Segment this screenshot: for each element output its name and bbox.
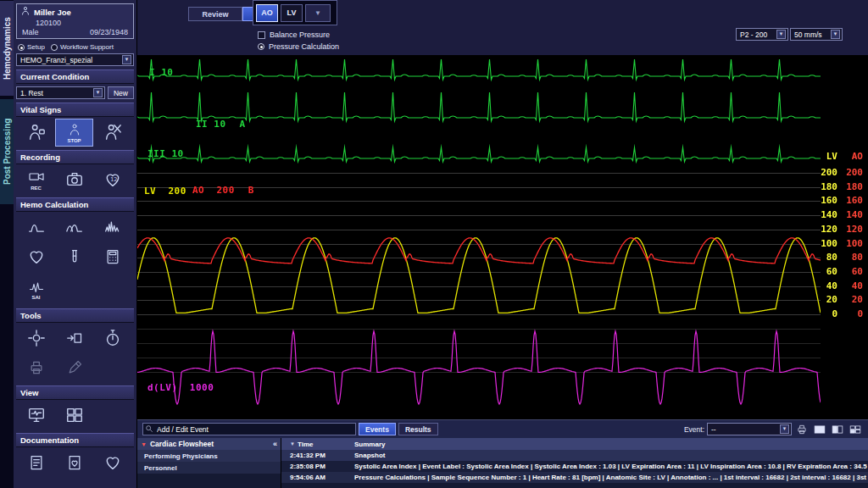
events-button[interactable]: Events [359, 423, 396, 435]
tool-transfer-button[interactable] [55, 324, 93, 352]
record-snapshot-button[interactable] [55, 166, 93, 194]
tool-timer-button[interactable] [93, 324, 131, 352]
layout-grid-button[interactable] [848, 423, 863, 436]
bottom-panel: ▼ Cardiac Flowsheet « Performing Physici… [137, 438, 868, 488]
summary-column-header[interactable]: Summary [354, 441, 868, 448]
condition-dropdown[interactable]: 1. Rest ▼ [16, 86, 105, 99]
event-label: Event: [684, 425, 704, 434]
calc-sai-button[interactable]: SAI [17, 273, 55, 305]
layout-single-button[interactable] [812, 423, 827, 436]
calc-calculator-button[interactable] [93, 243, 131, 271]
tab-post-processing[interactable]: Post Processing [0, 99, 14, 204]
print-event-button[interactable] [794, 423, 810, 436]
printer-icon [28, 359, 45, 378]
doc-heart-report-button[interactable] [55, 449, 93, 477]
event-dropdown[interactable]: -- ▼ [707, 423, 792, 435]
scale-ao-value: 200 [843, 167, 863, 178]
pressure-scale-row: 100100 [819, 238, 866, 249]
record-video-button[interactable]: REC [17, 166, 55, 194]
record-ecg12-button[interactable]: 12 [93, 166, 131, 194]
layout-split-button[interactable] [830, 423, 845, 436]
scale-lv-value: 180 [819, 181, 837, 192]
event-time: 2:35:08 PM [281, 463, 354, 470]
sweep-speed-dropdown[interactable]: 50 mm/s ▼ [790, 28, 843, 41]
vital-nibp-off-button[interactable] [93, 119, 131, 147]
chevron-down-icon: ▼ [776, 30, 786, 39]
view-header: View [16, 385, 134, 400]
event-time: 2:41:32 PM [281, 452, 354, 459]
collapse-panel-icon[interactable]: « [273, 440, 277, 448]
calc-cardiac-output-button[interactable] [17, 243, 55, 271]
vital-nibp-button[interactable] [17, 119, 55, 147]
vital-signs-header: Vital Signs [16, 103, 134, 117]
calc-gradient-button[interactable] [55, 214, 93, 241]
current-condition-header: Current Condition [16, 69, 134, 84]
table-row[interactable]: 2:35:08 PM Systolic Area Index | Event L… [281, 461, 868, 472]
results-button[interactable]: Results [398, 423, 438, 435]
patient-sex: Male [22, 28, 39, 36]
list-item-performing-physicians[interactable]: Performing Physicians [137, 450, 281, 462]
time-column-header[interactable]: Time [298, 441, 314, 448]
pressure-calculation-radio[interactable] [258, 43, 264, 50]
lv-channel-button[interactable]: LV [281, 4, 303, 22]
vital-stop-button[interactable]: STOP [55, 119, 93, 147]
doc-report-button[interactable] [17, 449, 55, 477]
grid-layout-icon [65, 406, 84, 426]
tab-hemodynamics[interactable]: Hemodynamics [0, 1, 14, 96]
list-item-personnel[interactable]: Personnel [137, 462, 281, 474]
pressure-scale-value: P2 - 200 [740, 30, 767, 39]
tab-review[interactable]: Review [188, 7, 242, 21]
patient-name: Miller Joe [34, 8, 71, 17]
lead1-label: I 10 [149, 67, 174, 78]
scale-lv-value: 140 [819, 209, 837, 220]
tool-annotate-button[interactable] [55, 354, 93, 382]
pressure-scale-dropdown[interactable]: P2 - 200 ▼ [736, 28, 788, 41]
calc-spike-wave-button[interactable] [93, 214, 131, 241]
workflow-support-radio[interactable] [51, 44, 58, 51]
profile-dropdown-value: HEMO_Franzi_spezial [20, 56, 92, 64]
scale-ao-value: 180 [843, 181, 863, 192]
balance-pressure-option[interactable]: Balance Pressure [258, 30, 330, 39]
table-row[interactable]: 2:41:32 PM Snapshot [281, 450, 868, 461]
ao-channel-button[interactable]: AO [256, 4, 278, 22]
scale-lv-value: 80 [819, 252, 837, 263]
pressure-scale-row: 4040 [819, 280, 866, 291]
table-row[interactable]: 9:54:06 AM Pressure Calculations | Sampl… [281, 472, 868, 483]
ao-text: AO 200 [192, 185, 235, 196]
double-wave-icon [64, 219, 85, 237]
patient-dob: 09/23/1948 [90, 28, 128, 36]
sweep-speed-value: 50 mm/s [794, 30, 822, 39]
view-layout-button[interactable] [55, 402, 93, 430]
view-monitor-button[interactable] [17, 402, 55, 430]
channel-dropdown-button[interactable]: ▼ [305, 4, 331, 22]
hemo-calculation-header: Hemo Calculation [16, 197, 134, 212]
document-icon [28, 453, 45, 474]
tool-calibrate-button[interactable] [17, 324, 55, 352]
event-table-header: ▼ Time Summary [281, 438, 868, 450]
lead2-label: II 10A [147, 108, 246, 141]
setup-radio[interactable] [18, 44, 25, 51]
tool-print-button[interactable] [17, 354, 55, 382]
event-table: ▼ Time Summary 2:41:32 PM Snapshot 2:35:… [281, 438, 868, 488]
ecg-12-lead-icon: 12 [103, 170, 123, 191]
balance-pressure-checkbox[interactable] [258, 31, 265, 39]
scale-ao-value: 0 [843, 308, 863, 319]
pressure-calculation-option[interactable]: Pressure Calculation [258, 42, 339, 51]
scale-ao-value: 20 [843, 294, 863, 305]
setup-label: Setup [27, 43, 45, 51]
scale-lv-value: 100 [819, 238, 837, 249]
calc-sample-button[interactable] [55, 243, 93, 271]
pressure-scale-header: LV AO [819, 151, 866, 162]
document-heart-icon [66, 453, 83, 474]
scale-ao-value: 100 [843, 238, 863, 249]
spike-wave-icon [103, 219, 123, 237]
calc-pressure-wave-button[interactable] [17, 214, 55, 241]
person-crossed-icon [103, 123, 122, 143]
chevron-down-icon: ▼ [93, 88, 103, 97]
flowsheet-header[interactable]: ▼ Cardiac Flowsheet « [137, 438, 281, 450]
pressure-channel-group: AO LV ▼ [253, 0, 337, 25]
add-edit-event-input[interactable] [142, 423, 356, 435]
profile-dropdown[interactable]: HEMO_Franzi_spezial ▼ [16, 53, 134, 66]
doc-heart-button[interactable] [93, 449, 131, 477]
new-condition-button[interactable]: New [108, 86, 134, 99]
